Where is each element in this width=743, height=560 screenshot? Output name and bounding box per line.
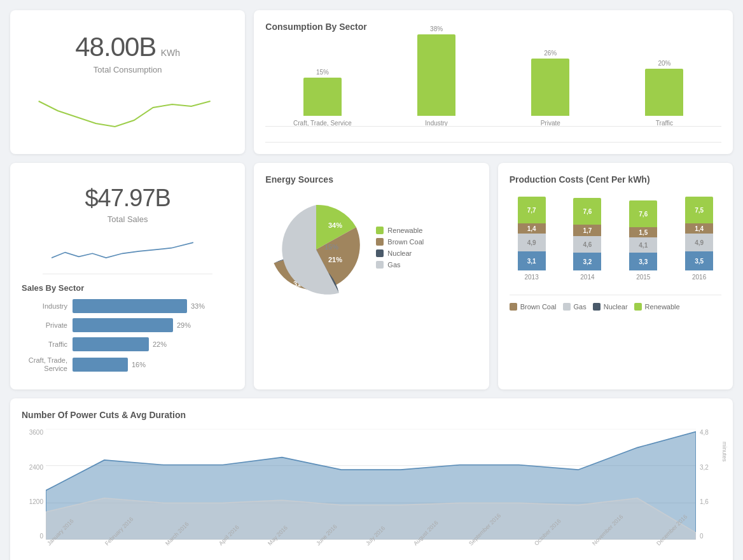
production-costs-card: Production Costs (Cent Per kWh) 7,7 1,4 … xyxy=(498,163,733,389)
year-2016: 2016 xyxy=(692,274,706,281)
bar-label-top-traffic: 20% xyxy=(658,60,670,67)
total-sales-card: $47.97B Total Sales Sales By Sector Indu… xyxy=(10,163,245,389)
sales-sector-title: Sales By Sector xyxy=(22,283,84,293)
production-legend: Brown Coal Gas Nuclear Renewable xyxy=(510,303,721,311)
seg-2015-nuclear: 3,3 xyxy=(629,253,657,270)
consumption-sparkline xyxy=(22,82,233,133)
seg-2014-renewable: 7,6 xyxy=(573,198,601,225)
hbar-industry xyxy=(73,299,187,313)
power-cuts-title: Number Of Power Cuts & Avg Duration xyxy=(22,410,721,420)
y-axis-left: 3600 2400 1200 0 xyxy=(22,429,46,540)
energy-legend: Renewable Brown Coal Nuclear Gas xyxy=(376,227,424,272)
legend-label-nuclear: Nuclear xyxy=(387,249,412,257)
hbar-traffic xyxy=(73,337,149,351)
legend-label-renewable: Renewable xyxy=(387,227,422,234)
seg-2014-gas: 4,6 xyxy=(573,236,601,253)
stacked-bar-2015: 7,6 1,5 4,1 3,3 xyxy=(629,200,657,270)
hbar-pct-craft: 16% xyxy=(132,361,146,368)
legend-label-browncoal: Brown Coal xyxy=(387,238,424,246)
stacked-2013: 7,7 1,4 4,9 3,1 2013 xyxy=(510,197,554,281)
hbar-private xyxy=(73,318,173,332)
bar-label-top-industry: 38% xyxy=(430,25,443,32)
year-2015: 2015 xyxy=(636,274,650,281)
right-axis-unit: minutes xyxy=(721,442,728,462)
seg-2016-gas: 4,9 xyxy=(685,234,713,251)
seg-2016-browncoal: 1,4 xyxy=(685,223,713,234)
svg-text:15%: 15% xyxy=(324,243,338,251)
hbar-pct-industry: 33% xyxy=(191,302,205,310)
y-axis-right: 4,8 3,2 1,6 0 minutes xyxy=(697,429,721,540)
stacked-2015: 7,6 1,5 4,1 3,3 2015 xyxy=(621,200,665,281)
legend-nuclear: Nuclear xyxy=(376,249,424,257)
prod-label-nuclear: Nuclear xyxy=(604,303,628,311)
legend-gas: Gas xyxy=(376,261,424,269)
x-axis-labels: January 2016 February 2016 March 2016 Ap… xyxy=(46,540,696,560)
consumption-label: Total Consumption xyxy=(94,65,162,74)
prod-label-renewable: Renewable xyxy=(645,303,680,311)
sales-value: $47.97B xyxy=(85,185,170,212)
y-label-r16: 1,6 xyxy=(700,498,709,505)
legend-renewable: Renewable xyxy=(376,227,424,234)
y-label-r48: 4,8 xyxy=(700,429,709,436)
sales-label: Total Sales xyxy=(108,214,148,224)
seg-2015-renewable: 7,6 xyxy=(629,200,657,227)
y-label-1200: 1200 xyxy=(29,498,43,505)
stacked-bar-2014: 7,6 1,7 4,6 3,2 xyxy=(573,198,601,270)
sales-sparkline xyxy=(52,229,204,265)
bar-label-top-private: 26% xyxy=(544,50,557,57)
sector-bar-chart: 15% Craft, Trade, Service 38% Industry 2… xyxy=(265,41,721,143)
sales-sector-bars: Industry 33% Private 29% Traffic 22% Cra… xyxy=(22,299,233,378)
hbar-craft xyxy=(73,358,128,372)
hbar-label-industry: Industry xyxy=(22,302,73,310)
bar-group-traffic: 20% Traffic xyxy=(608,60,721,127)
bar-group-industry: 38% Industry xyxy=(380,25,494,127)
hbar-pct-traffic: 22% xyxy=(153,340,167,348)
prod-dot-browncoal xyxy=(510,303,517,311)
bar-industry xyxy=(417,34,455,116)
energy-pie-area: 34% 21% 31% 15% Re xyxy=(265,199,477,300)
seg-2014-browncoal: 1,7 xyxy=(573,225,601,236)
hbar-row-craft: Craft, Trade,Service 16% xyxy=(22,356,233,373)
seg-2013-nuclear: 3,1 xyxy=(518,251,546,270)
production-costs-title: Production Costs (Cent Per kWh) xyxy=(510,174,721,185)
seg-2014-nuclear: 3,2 xyxy=(573,253,601,270)
prod-label-browncoal: Brown Coal xyxy=(520,303,557,311)
sales-divider xyxy=(43,274,212,274)
legend-label-gas: Gas xyxy=(387,261,400,269)
seg-2015-browncoal: 1,5 xyxy=(629,227,657,237)
svg-text:34%: 34% xyxy=(328,221,342,229)
consumption-by-sector-card: Consumption By Sector 15% Craft, Trade, … xyxy=(254,10,733,154)
legend-dot-renewable xyxy=(376,227,384,234)
production-stacked-bars: 7,7 1,4 4,9 3,1 2013 7,6 1,7 4,6 3,2 201… xyxy=(510,193,721,295)
prod-legend-nuclear: Nuclear xyxy=(593,303,628,311)
legend-dot-gas xyxy=(376,261,384,269)
legend-dot-browncoal xyxy=(376,238,384,246)
year-2013: 2013 xyxy=(524,274,538,281)
hbar-row-industry: Industry 33% xyxy=(22,299,233,313)
energy-pie-chart: 34% 21% 31% 15% xyxy=(265,199,367,300)
hbar-label-private: Private xyxy=(22,321,73,329)
total-consumption-card: 48.00B KWh Total Consumption xyxy=(10,10,245,154)
energy-sources-card: Energy Sources 34% 21% 31% xyxy=(254,163,489,389)
prod-label-gas: Gas xyxy=(574,303,587,311)
stacked-bar-2016: 7,5 1,4 4,9 3,5 xyxy=(685,197,713,270)
stacked-bar-2013: 7,7 1,4 4,9 3,1 xyxy=(518,197,546,270)
prod-dot-gas xyxy=(563,303,571,311)
year-2014: 2014 xyxy=(580,274,594,281)
energy-sources-title: Energy Sources xyxy=(265,174,477,185)
legend-browncoal: Brown Coal xyxy=(376,238,424,246)
seg-2013-renewable: 7,7 xyxy=(518,197,546,223)
consumption-value: 48.00B xyxy=(75,32,156,62)
bar-craft xyxy=(303,78,342,116)
seg-2013-gas: 4,9 xyxy=(518,234,546,251)
hbar-row-traffic: Traffic 22% xyxy=(22,337,233,351)
prod-legend-browncoal: Brown Coal xyxy=(510,303,557,311)
y-label-r0: 0 xyxy=(700,533,704,540)
y-label-2400: 2400 xyxy=(29,464,43,471)
bar-label-top-craft: 15% xyxy=(316,69,329,76)
bar-group-private: 26% Private xyxy=(494,50,608,127)
consumption-unit: KWh xyxy=(161,48,180,58)
prod-legend-gas: Gas xyxy=(563,303,587,311)
seg-2015-gas: 4,1 xyxy=(629,237,657,253)
prod-legend-renewable: Renewable xyxy=(634,303,680,311)
